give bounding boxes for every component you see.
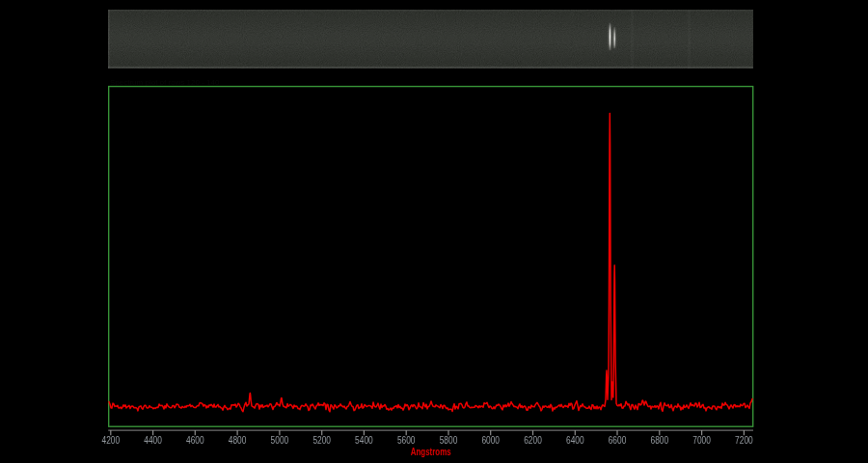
svg-text:5600: 5600	[397, 434, 416, 446]
svg-text:Angstroms: Angstroms	[411, 446, 451, 457]
svg-text:6600: 6600	[609, 434, 627, 446]
svg-text:6000: 6000	[481, 434, 500, 446]
svg-text:Spectrum plot of rows 120 - 14: Spectrum plot of rows 120 - 140	[110, 78, 220, 87]
svg-text:4400: 4400	[144, 434, 162, 446]
svg-text:5200: 5200	[312, 434, 331, 446]
svg-text:4200: 4200	[102, 434, 121, 446]
svg-text:7000: 7000	[692, 434, 711, 446]
svg-text:6800: 6800	[651, 434, 669, 446]
svg-text:7200: 7200	[735, 434, 753, 446]
svg-text:5400: 5400	[355, 434, 373, 446]
svg-text:6400: 6400	[566, 434, 584, 446]
svg-text:5000: 5000	[271, 434, 289, 446]
svg-text:4600: 4600	[186, 434, 204, 446]
svg-text:5800: 5800	[440, 434, 458, 446]
svg-text:4800: 4800	[229, 434, 247, 446]
svg-text:6200: 6200	[524, 434, 542, 446]
